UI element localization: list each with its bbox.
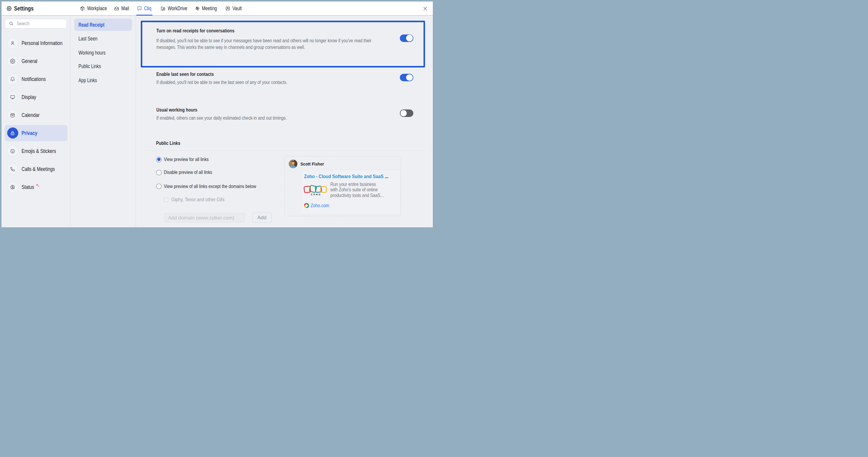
svg-text:ZOHO: ZOHO <box>311 193 321 196</box>
